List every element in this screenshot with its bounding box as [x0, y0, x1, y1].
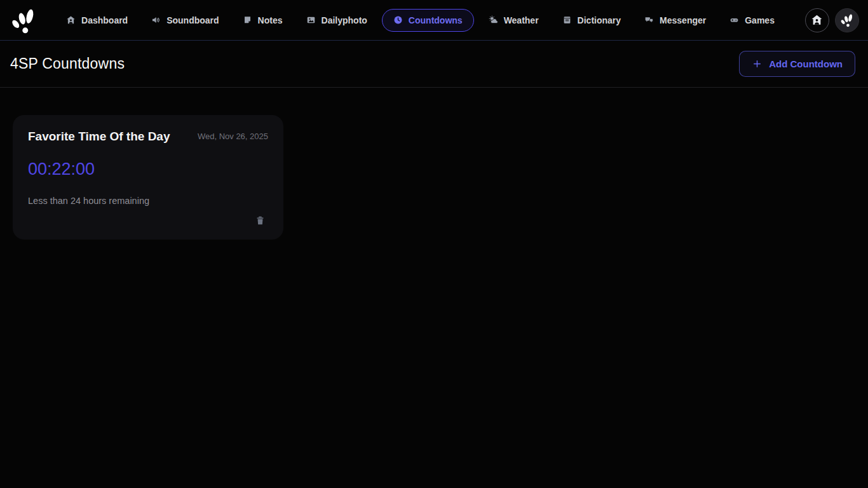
book-icon: [562, 15, 572, 25]
nav-item-label: Countdowns: [409, 15, 463, 25]
nav-item-label: Dictionary: [578, 15, 621, 25]
countdown-card-actions: [28, 212, 268, 229]
main-nav: Dashboard Soundboard Notes Dailyphoto Co: [57, 9, 783, 32]
home-user-icon: [811, 14, 823, 26]
gamepad-icon: [729, 15, 739, 25]
trash-icon: [255, 215, 266, 226]
image-icon: [306, 15, 316, 25]
profile-avatar[interactable]: [835, 8, 859, 32]
nav-item-countdowns[interactable]: Countdowns: [382, 9, 474, 32]
chat-bubbles-icon: [644, 15, 654, 25]
nav-item-games[interactable]: Games: [721, 9, 783, 32]
top-nav: Dashboard Soundboard Notes Dailyphoto Co: [0, 0, 868, 41]
countdown-title: Favorite Time Of the Day: [28, 130, 170, 144]
clock-icon: [393, 15, 403, 25]
countdown-card: Favorite Time Of the Day Wed, Nov 26, 20…: [13, 115, 283, 240]
nav-item-dictionary[interactable]: Dictionary: [553, 9, 630, 32]
speaker-icon: [151, 15, 161, 25]
home-button[interactable]: [805, 8, 829, 32]
nav-item-dashboard[interactable]: Dashboard: [57, 9, 137, 32]
app-logo[interactable]: [10, 6, 36, 34]
countdown-timer: 00:22:00: [28, 159, 268, 179]
nav-item-label: Messenger: [660, 15, 706, 25]
4sp-logo-icon: [10, 6, 36, 34]
add-countdown-button[interactable]: Add Countdown: [739, 51, 855, 77]
nav-item-notes[interactable]: Notes: [234, 9, 292, 32]
4sp-logo-icon: [840, 13, 853, 27]
page-title: 4SP Countdowns: [10, 55, 125, 72]
nav-item-label: Dailyphoto: [322, 15, 367, 25]
note-icon: [243, 15, 252, 25]
countdown-note: Less than 24 hours remaining: [28, 196, 268, 206]
page-header: 4SP Countdowns Add Countdown: [0, 41, 868, 88]
sun-cloud-icon: [489, 15, 498, 25]
countdown-date: Wed, Nov 26, 2025: [198, 132, 268, 141]
nav-item-weather[interactable]: Weather: [480, 9, 548, 32]
nav-right-actions: [805, 8, 859, 32]
nav-item-messenger[interactable]: Messenger: [635, 9, 715, 32]
nav-item-dailyphoto[interactable]: Dailyphoto: [297, 9, 376, 32]
add-countdown-label: Add Countdown: [769, 58, 843, 69]
nav-item-soundboard[interactable]: Soundboard: [142, 9, 227, 32]
delete-countdown-button[interactable]: [252, 212, 268, 229]
home-user-icon: [66, 15, 76, 25]
nav-item-label: Soundboard: [166, 15, 219, 25]
nav-item-label: Games: [745, 15, 775, 25]
plus-icon: [752, 58, 763, 69]
countdown-card-header: Favorite Time Of the Day Wed, Nov 26, 20…: [28, 130, 268, 144]
countdown-list: Favorite Time Of the Day Wed, Nov 26, 20…: [0, 88, 868, 267]
nav-item-label: Dashboard: [81, 15, 128, 25]
nav-item-label: Notes: [258, 15, 283, 25]
nav-item-label: Weather: [504, 15, 539, 25]
